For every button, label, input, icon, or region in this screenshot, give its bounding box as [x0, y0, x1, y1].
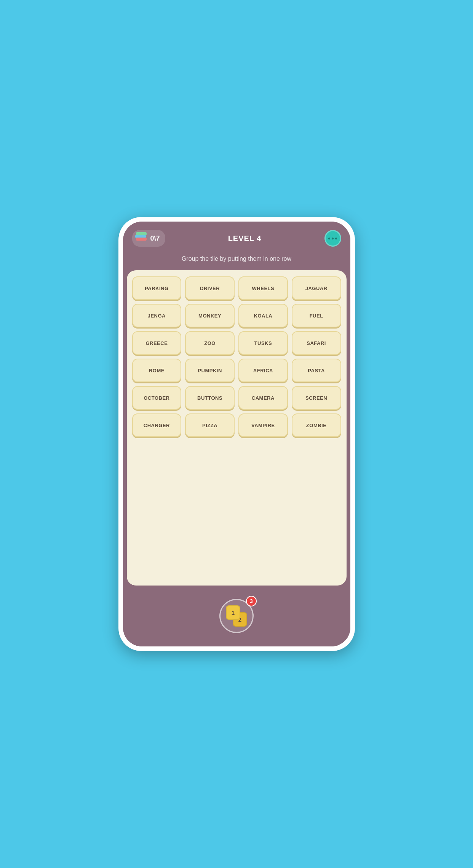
tile-pasta[interactable]: PASTA	[292, 359, 341, 382]
tile-rome[interactable]: ROME	[132, 359, 182, 382]
header: 0\7 LEVEL 4	[123, 222, 350, 253]
tile-tusks[interactable]: TUSKS	[238, 331, 288, 355]
tile-buttons[interactable]: BUTTONS	[185, 386, 235, 410]
tile-zombie[interactable]: ZOMBIE	[292, 413, 341, 437]
level-title: LEVEL 4	[228, 234, 262, 243]
tile-wheels[interactable]: WHEELS	[238, 276, 288, 300]
tile-greece[interactable]: GREECE	[132, 331, 182, 355]
tile-koala[interactable]: KOALA	[238, 304, 288, 327]
tile-row: CHARGER PIZZA VAMPIRE ZOMBIE	[132, 413, 341, 437]
tile-monkey[interactable]: MONKEY	[185, 304, 235, 327]
tile-jaguar[interactable]: JAGUAR	[292, 276, 341, 300]
tile-parking[interactable]: PARKING	[132, 276, 182, 300]
tile-vampire[interactable]: VAMPIRE	[238, 413, 288, 437]
instruction-text: Group the tile by putting them in one ro…	[123, 253, 350, 270]
dots-icon	[328, 238, 337, 239]
game-board: PARKING DRIVER WHEELS JAGUAR JENGA MONKE…	[127, 270, 347, 586]
tile-pumpkin[interactable]: PUMPKIN	[185, 359, 235, 382]
tile-fuel[interactable]: FUEL	[292, 304, 341, 327]
tile-zoo[interactable]: ZOO	[185, 331, 235, 355]
tile-jenga[interactable]: JENGA	[132, 304, 182, 327]
tile-stack: 1 2	[226, 605, 247, 627]
tile-october[interactable]: OCTOBER	[132, 386, 182, 410]
bottom-area: 3 1 2	[123, 586, 350, 646]
tile-row: ROME PUMPKIN AFRICA PASTA	[132, 359, 341, 382]
tile-screen[interactable]: SCREEN	[292, 386, 341, 410]
score-badge: 0\7	[132, 230, 165, 247]
tile-africa[interactable]: AFRICA	[238, 359, 288, 382]
score-text: 0\7	[150, 235, 160, 243]
tile-pizza[interactable]: PIZZA	[185, 413, 235, 437]
tile-row: GREECE ZOO TUSKS SAFARI	[132, 331, 341, 355]
tile-camera[interactable]: CAMERA	[238, 386, 288, 410]
phone-frame: 0\7 LEVEL 4 Group the tile by putting th…	[118, 217, 355, 651]
menu-button[interactable]	[324, 230, 341, 247]
tile-charger[interactable]: CHARGER	[132, 413, 182, 437]
phone-screen: 0\7 LEVEL 4 Group the tile by putting th…	[123, 222, 350, 646]
tile-safari[interactable]: SAFARI	[292, 331, 341, 355]
counter-widget[interactable]: 3 1 2	[219, 599, 254, 633]
tile-row: JENGA MONKEY KOALA FUEL	[132, 304, 341, 327]
tile-driver[interactable]: DRIVER	[185, 276, 235, 300]
tile-row: OCTOBER BUTTONS CAMERA SCREEN	[132, 386, 341, 410]
mini-tile-1: 1	[226, 605, 240, 620]
layers-icon	[135, 232, 147, 244]
tile-row: PARKING DRIVER WHEELS JAGUAR	[132, 276, 341, 300]
notification-badge: 3	[246, 596, 257, 606]
